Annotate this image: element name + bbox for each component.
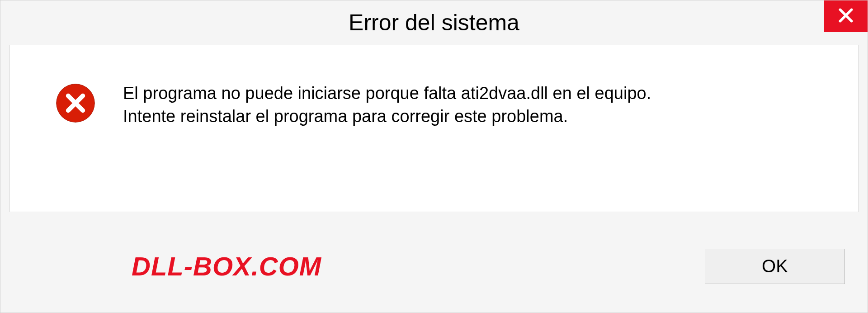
error-message: El programa no puede iniciarse porque fa…: [123, 79, 651, 128]
content-area: El programa no puede iniciarse porque fa…: [9, 45, 859, 212]
titlebar: Error del sistema: [0, 0, 868, 45]
footer: DLL-BOX.COM OK: [0, 220, 868, 313]
error-message-line1: El programa no puede iniciarse porque fa…: [123, 82, 651, 105]
error-message-line2: Intente reinstalar el programa para corr…: [123, 105, 651, 128]
close-button[interactable]: [824, 0, 868, 32]
dialog-title: Error del sistema: [349, 9, 519, 36]
ok-button-label: OK: [762, 256, 788, 276]
close-icon: [837, 7, 854, 26]
error-icon: [55, 83, 96, 123]
error-dialog: Error del sistema El programa no puede i…: [0, 0, 868, 313]
watermark-text: DLL-BOX.COM: [132, 251, 321, 281]
ok-button[interactable]: OK: [705, 249, 845, 284]
